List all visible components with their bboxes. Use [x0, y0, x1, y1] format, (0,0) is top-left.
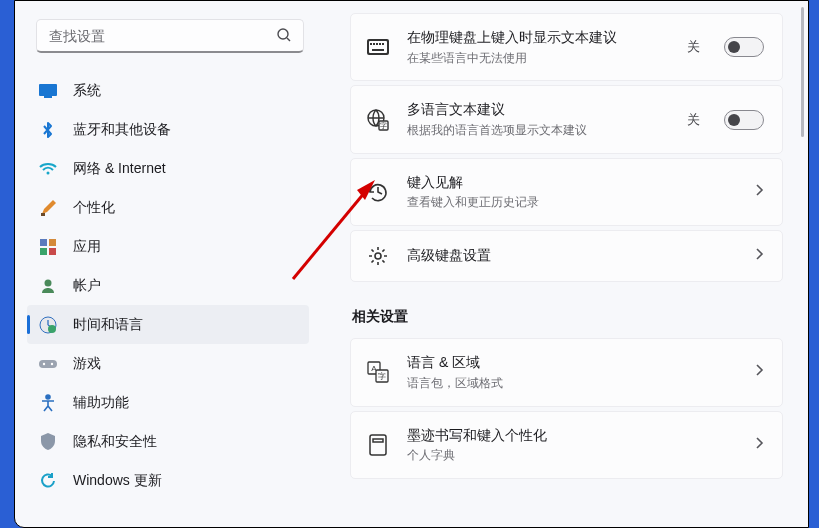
- card-typing-insights[interactable]: 键入见解 查看键入和更正历史记录: [350, 158, 783, 226]
- card-title: 高级键盘设置: [407, 246, 736, 266]
- sidebar-item-system[interactable]: 系统: [27, 71, 309, 110]
- svg-line-1: [287, 38, 290, 41]
- card-advanced-keyboard-settings[interactable]: 高级键盘设置: [350, 230, 783, 282]
- keyboard-icon: [367, 36, 389, 58]
- svg-point-14: [43, 362, 45, 364]
- bluetooth-icon: [39, 121, 57, 139]
- card-body: 多语言文本建议 根据我的语言首选项显示文本建议: [407, 100, 669, 138]
- search-wrap: [36, 19, 304, 53]
- card-body: 键入见解 查看键入和更正历史记录: [407, 173, 736, 211]
- card-title: 墨迹书写和键入个性化: [407, 426, 736, 446]
- nav-label: 蓝牙和其他设备: [73, 121, 171, 139]
- card-subtitle: 根据我的语言首选项显示文本建议: [407, 122, 669, 139]
- sidebar: 系统 蓝牙和其他设备 网络 & Internet 个性化 应用 帐户: [15, 1, 323, 527]
- svg-rect-19: [370, 43, 372, 45]
- wifi-icon: [39, 160, 57, 178]
- card-physical-keyboard-suggestions[interactable]: 在物理键盘上键入时显示文本建议 在某些语言中无法使用 关: [350, 13, 783, 81]
- card-title: 在物理键盘上键入时显示文本建议: [407, 28, 669, 48]
- chevron-right-icon: [754, 247, 764, 265]
- card-language-region[interactable]: A字 语言 & 区域 语言包，区域格式: [350, 338, 783, 406]
- svg-point-0: [278, 29, 288, 39]
- chevron-right-icon: [754, 363, 764, 381]
- nav-label: 系统: [73, 82, 101, 100]
- search-input[interactable]: [36, 19, 304, 53]
- svg-rect-20: [373, 43, 375, 45]
- sidebar-item-bluetooth[interactable]: 蓝牙和其他设备: [27, 110, 309, 149]
- svg-rect-5: [41, 213, 45, 216]
- history-icon: [367, 181, 389, 203]
- card-multilingual-suggestions[interactable]: 字 多语言文本建议 根据我的语言首选项显示文本建议 关: [350, 85, 783, 153]
- card-inking-typing-personalization[interactable]: 墨迹书写和键入个性化 个人字典: [350, 411, 783, 479]
- svg-point-12: [48, 325, 56, 333]
- sidebar-item-accessibility[interactable]: 辅助功能: [27, 383, 309, 422]
- chevron-right-icon: [754, 183, 764, 201]
- svg-rect-34: [373, 439, 383, 442]
- svg-point-15: [51, 362, 53, 364]
- card-subtitle: 在某些语言中无法使用: [407, 50, 669, 67]
- svg-rect-9: [49, 248, 56, 255]
- svg-point-16: [46, 395, 50, 399]
- sidebar-item-personalization[interactable]: 个性化: [27, 188, 309, 227]
- card-subtitle: 语言包，区域格式: [407, 375, 736, 392]
- card-body: 在物理键盘上键入时显示文本建议 在某些语言中无法使用: [407, 28, 669, 66]
- language-icon: A字: [367, 361, 389, 383]
- related-settings-header: 相关设置: [352, 308, 783, 326]
- card-subtitle: 查看键入和更正历史记录: [407, 194, 736, 211]
- svg-point-28: [375, 253, 381, 259]
- svg-rect-6: [40, 239, 47, 246]
- card-body: 语言 & 区域 语言包，区域格式: [407, 353, 736, 391]
- shield-icon: [39, 433, 57, 451]
- scrollbar-thumb[interactable]: [801, 7, 804, 137]
- sidebar-item-windows-update[interactable]: Windows 更新: [27, 461, 309, 500]
- nav-label: 游戏: [73, 355, 101, 373]
- svg-rect-21: [376, 43, 378, 45]
- toggle-switch[interactable]: [724, 110, 764, 130]
- sidebar-item-gaming[interactable]: 游戏: [27, 344, 309, 383]
- svg-text:字: 字: [380, 122, 387, 129]
- nav-label: 隐私和安全性: [73, 433, 157, 451]
- svg-rect-33: [370, 435, 386, 455]
- nav-label: 个性化: [73, 199, 115, 217]
- nav-label: 应用: [73, 238, 101, 256]
- nav-label: 辅助功能: [73, 394, 129, 412]
- svg-rect-23: [382, 43, 384, 45]
- person-icon: [39, 277, 57, 295]
- card-title: 键入见解: [407, 173, 736, 193]
- card-subtitle: 个人字典: [407, 447, 736, 464]
- gear-icon: [367, 245, 389, 267]
- brush-icon: [39, 199, 57, 217]
- nav-label: 帐户: [73, 277, 101, 295]
- sidebar-item-apps[interactable]: 应用: [27, 227, 309, 266]
- display-icon: [39, 82, 57, 100]
- svg-rect-13: [39, 360, 57, 368]
- sidebar-item-time-language[interactable]: 时间和语言: [27, 305, 309, 344]
- sidebar-item-privacy[interactable]: 隐私和安全性: [27, 422, 309, 461]
- card-body: 墨迹书写和键入个性化 个人字典: [407, 426, 736, 464]
- sidebar-item-accounts[interactable]: 帐户: [27, 266, 309, 305]
- toggle-state-label: 关: [687, 38, 700, 56]
- svg-rect-22: [379, 43, 381, 45]
- svg-rect-3: [44, 96, 52, 98]
- globe-clock-icon: [39, 316, 57, 334]
- svg-rect-7: [49, 239, 56, 246]
- update-icon: [39, 472, 57, 490]
- toggle-switch[interactable]: [724, 37, 764, 57]
- main-content: 在物理键盘上键入时显示文本建议 在某些语言中无法使用 关 字 多语言文本建议 根…: [335, 1, 808, 527]
- settings-window: 系统 蓝牙和其他设备 网络 & Internet 个性化 应用 帐户: [14, 0, 809, 528]
- search-icon: [276, 27, 292, 47]
- nav-label: Windows 更新: [73, 472, 162, 490]
- card-title: 多语言文本建议: [407, 100, 669, 120]
- nav-label: 时间和语言: [73, 316, 143, 334]
- accessibility-icon: [39, 394, 57, 412]
- svg-rect-2: [39, 84, 57, 96]
- svg-point-10: [45, 279, 52, 286]
- svg-rect-18: [369, 41, 387, 53]
- nav-list: 系统 蓝牙和其他设备 网络 & Internet 个性化 应用 帐户: [19, 71, 317, 500]
- toggle-state-label: 关: [687, 111, 700, 129]
- dictionary-icon: [367, 434, 389, 456]
- card-body: 高级键盘设置: [407, 246, 736, 266]
- sidebar-item-network[interactable]: 网络 & Internet: [27, 149, 309, 188]
- svg-rect-8: [40, 248, 47, 255]
- gamepad-icon: [39, 355, 57, 373]
- svg-rect-24: [372, 49, 384, 51]
